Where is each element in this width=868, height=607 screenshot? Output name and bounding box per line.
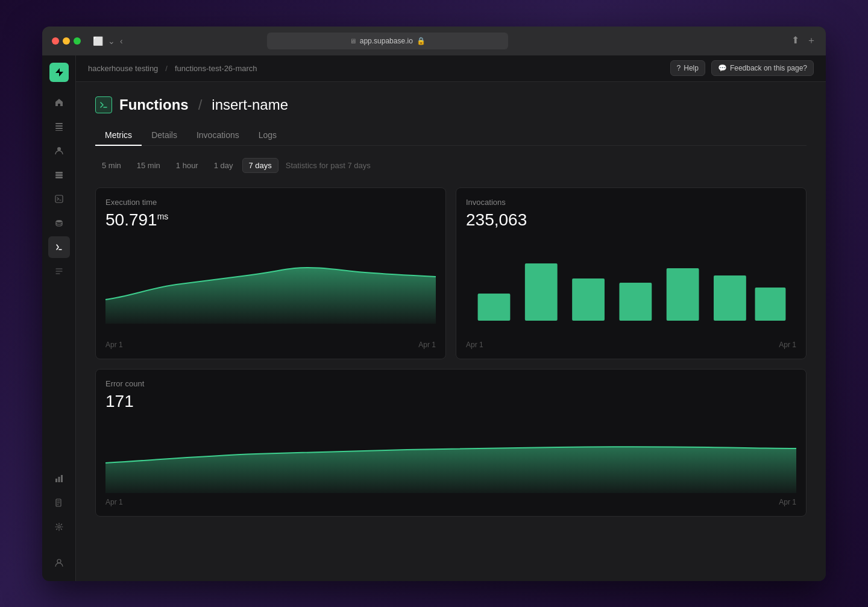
execution-time-value: 50.791ms <box>105 210 436 230</box>
feedback-label: Feedback on this page? <box>730 64 807 72</box>
svg-rect-16 <box>478 294 511 321</box>
tab-logs[interactable]: Logs <box>249 125 286 146</box>
err-date-start: Apr 1 <box>105 498 123 506</box>
svg-rect-20 <box>667 268 699 321</box>
help-label: Help <box>684 64 699 72</box>
help-button[interactable]: ? Help <box>670 60 705 76</box>
sidebar-item-reports[interactable] <box>48 468 70 489</box>
filter-1hour[interactable]: 1 hour <box>169 158 205 173</box>
error-count-value: 171 <box>105 392 796 411</box>
sidebar <box>42 55 76 581</box>
help-icon: ? <box>677 64 681 72</box>
svg-rect-22 <box>755 288 786 321</box>
sidebar-item-user[interactable] <box>48 552 70 574</box>
svg-point-14 <box>58 526 60 528</box>
sidebar-item-logs[interactable] <box>48 260 70 282</box>
minimize-button[interactable] <box>63 37 70 45</box>
error-count-footer: Apr 1 Apr 1 <box>105 498 796 506</box>
filter-5min[interactable]: 5 min <box>95 158 128 173</box>
sidebar-item-functions[interactable] <box>48 236 70 258</box>
browser-body: hackerhouse testing / functions-test-26-… <box>42 55 826 581</box>
svg-point-15 <box>57 559 61 563</box>
charts-row-top: Execution time 50.791ms <box>95 187 807 359</box>
maximize-button[interactable] <box>74 37 81 45</box>
chevron-down-icon[interactable]: ⌄ <box>108 36 115 46</box>
page-title-sep: / <box>198 96 203 113</box>
page-section-title: Functions <box>119 96 189 113</box>
error-count-label: Error count <box>105 379 796 388</box>
url-text: app.supabase.io <box>360 37 413 45</box>
breadcrumb-sep-1: / <box>165 64 168 73</box>
feedback-button[interactable]: 💬 Feedback on this page? <box>711 60 814 76</box>
page-function-name: insert-name <box>212 96 288 113</box>
svg-rect-21 <box>714 275 746 321</box>
top-bar-actions: ? Help 💬 Feedback on this page? <box>670 60 814 76</box>
svg-rect-12 <box>61 475 63 482</box>
filter-1day[interactable]: 1 day <box>207 158 240 173</box>
browser-window: ⬜ ⌄ ‹ 🖥 app.supabase.io 🔒 ⬆ ＋ <box>42 27 826 581</box>
error-count-chart <box>105 421 796 493</box>
tab-metrics[interactable]: Metrics <box>95 125 142 146</box>
sidebar-item-storage[interactable] <box>48 164 70 186</box>
inv-date-end: Apr 1 <box>779 341 796 349</box>
svg-rect-7 <box>55 177 63 178</box>
tab-details[interactable]: Details <box>142 125 187 146</box>
svg-rect-18 <box>572 278 605 321</box>
filter-15min[interactable]: 15 min <box>130 158 167 173</box>
page-header: Functions / insert-name <box>95 96 807 113</box>
sidebar-item-auth[interactable] <box>48 140 70 162</box>
sidebar-item-terminal[interactable] <box>48 188 70 210</box>
back-icon[interactable]: ‹ <box>120 36 123 46</box>
top-bar: hackerhouse testing / functions-test-26-… <box>76 55 826 82</box>
svg-rect-17 <box>525 263 558 321</box>
breadcrumb-page[interactable]: functions-test-26-march <box>175 64 257 73</box>
address-bar[interactable]: 🖥 app.supabase.io 🔒 <box>267 33 508 49</box>
invocations-label: Invocations <box>466 198 796 207</box>
exec-date-end: Apr 1 <box>418 341 436 349</box>
browser-controls: ⬜ ⌄ ‹ <box>93 36 123 46</box>
tab-invocations[interactable]: Invocations <box>187 125 249 146</box>
sidebar-item-settings[interactable] <box>48 516 70 538</box>
stats-label: Statistics for past 7 days <box>286 161 371 170</box>
svg-point-9 <box>56 220 62 222</box>
svg-rect-11 <box>58 477 60 482</box>
main-content: Functions / insert-name Metrics Details … <box>76 82 826 581</box>
sidebar-item-home[interactable] <box>48 92 70 113</box>
svg-rect-6 <box>55 174 63 176</box>
browser-tab-icon: 🖥 <box>350 37 356 45</box>
share-icon[interactable]: ⬆ <box>791 34 799 47</box>
sidebar-toggle-icon[interactable]: ⬜ <box>93 36 103 46</box>
feedback-icon: 💬 <box>718 64 727 72</box>
sidebar-item-table[interactable] <box>48 116 70 137</box>
supabase-logo[interactable] <box>49 63 69 82</box>
browser-titlebar: ⬜ ⌄ ‹ 🖥 app.supabase.io 🔒 ⬆ ＋ <box>42 27 826 55</box>
svg-rect-10 <box>55 479 57 482</box>
breadcrumb-project[interactable]: hackerhouse testing <box>88 64 158 73</box>
close-button[interactable] <box>52 37 59 45</box>
functions-icon <box>95 96 112 113</box>
exec-date-start: Apr 1 <box>105 341 123 349</box>
inv-date-start: Apr 1 <box>466 341 483 349</box>
new-tab-icon[interactable]: ＋ <box>807 34 816 47</box>
svg-rect-2 <box>55 128 63 129</box>
browser-actions: ⬆ ＋ <box>791 34 816 47</box>
execution-time-footer: Apr 1 Apr 1 <box>105 341 436 349</box>
invocations-footer: Apr 1 Apr 1 <box>466 341 796 349</box>
svg-rect-0 <box>55 123 63 124</box>
err-date-end: Apr 1 <box>779 498 796 506</box>
svg-point-4 <box>57 147 61 151</box>
time-filters: 5 min 15 min 1 hour 1 day 7 days Statist… <box>95 158 807 173</box>
sidebar-item-database[interactable] <box>48 212 70 234</box>
svg-rect-19 <box>619 283 652 321</box>
filter-7days[interactable]: 7 days <box>242 158 278 173</box>
svg-rect-5 <box>55 172 63 174</box>
svg-rect-3 <box>55 130 63 131</box>
content-area: hackerhouse testing / functions-test-26-… <box>76 55 826 581</box>
sidebar-item-docs[interactable] <box>48 492 70 514</box>
invocations-chart <box>466 239 796 336</box>
execution-time-label: Execution time <box>105 198 436 207</box>
error-count-card: Error count 171 <box>95 369 807 517</box>
invocations-value: 235,063 <box>466 210 796 230</box>
traffic-lights <box>52 37 81 45</box>
execution-time-chart <box>105 239 436 336</box>
